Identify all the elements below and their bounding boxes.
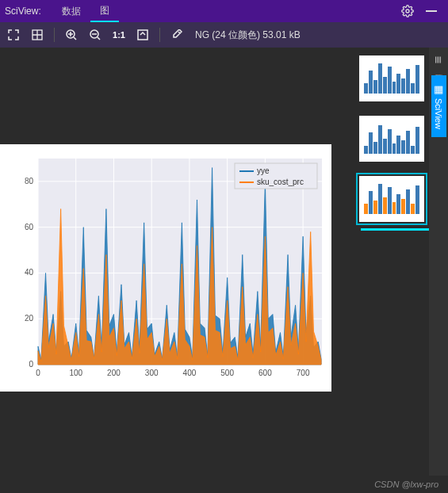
main-area: 0204060800100200300400500600700yyesku_co… [0, 48, 448, 476]
svg-text:20: 20 [25, 314, 34, 323]
svg-rect-5 [138, 30, 147, 40]
tab-data[interactable]: 数据 [52, 0, 90, 22]
thumbnail-2[interactable] [359, 176, 424, 222]
svg-rect-1 [426, 10, 437, 12]
grid-icon[interactable] [29, 26, 46, 44]
svg-point-0 [406, 10, 409, 13]
color-picker-icon[interactable] [168, 26, 186, 44]
svg-text:40: 40 [25, 268, 34, 277]
footer-watermark: CSDN @lxw-pro [0, 476, 448, 493]
svg-text:600: 600 [258, 369, 272, 377]
svg-text:0: 0 [29, 360, 33, 369]
image-status: NG (24 位颜色) 53.01 kB [195, 29, 301, 42]
minimize-icon[interactable] [423, 2, 440, 20]
chart: 0204060800100200300400500600700yyesku_co… [0, 144, 331, 392]
actual-size-button[interactable]: 1:1 [110, 30, 128, 40]
svg-text:100: 100 [69, 369, 82, 377]
rail-tab-sciview[interactable]: ▦ SciView [431, 75, 446, 137]
zoom-out-icon[interactable] [86, 26, 104, 44]
svg-text:80: 80 [25, 177, 34, 185]
selection-underline [361, 228, 440, 231]
grid-small-icon: ▦ [433, 83, 445, 95]
svg-text:yye: yye [257, 166, 270, 175]
svg-text:0: 0 [36, 369, 40, 377]
zoom-in-icon[interactable] [63, 26, 80, 44]
title-bar: SciView: 数据 图 [0, 0, 448, 22]
window-title: SciView: [5, 6, 41, 17]
rail-tab-database[interactable]: ≣ 数据库 [431, 48, 446, 75]
settings-gear-icon[interactable] [399, 2, 416, 20]
fullscreen-icon[interactable] [5, 26, 22, 44]
plot-canvas: 0204060800100200300400500600700yyesku_co… [0, 144, 331, 392]
svg-text:500: 500 [220, 369, 234, 377]
right-tool-rail: ≣ 数据库 ▦ SciView [429, 48, 448, 476]
thumbnail-1[interactable] [359, 116, 424, 162]
svg-text:sku_cost_prc: sku_cost_prc [257, 178, 304, 186]
svg-text:200: 200 [107, 369, 121, 377]
database-icon: ≣ [433, 55, 445, 64]
svg-text:400: 400 [183, 369, 197, 377]
thumbnail-0[interactable] [359, 55, 424, 101]
tab-plots[interactable]: 图 [90, 0, 119, 22]
plot-viewer[interactable]: 0204060800100200300400500600700yyesku_co… [0, 48, 354, 476]
svg-text:60: 60 [25, 223, 34, 231]
fit-screen-icon[interactable] [134, 26, 151, 44]
svg-text:700: 700 [297, 369, 310, 377]
image-toolbar: 1:1 NG (24 位颜色) 53.01 kB [0, 22, 448, 48]
svg-text:300: 300 [145, 369, 159, 377]
